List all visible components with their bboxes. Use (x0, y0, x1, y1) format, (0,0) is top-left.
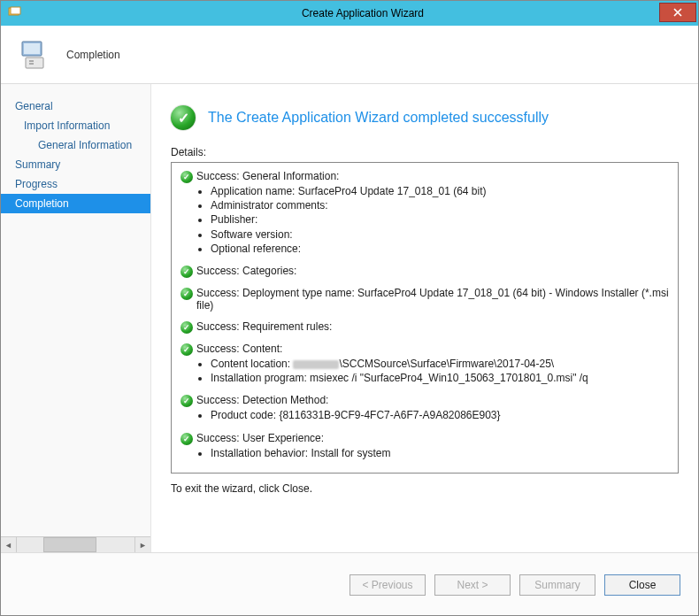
exit-instruction: To exit the wizard, click Close. (171, 482, 679, 495)
success-user-experience: Success: User Experience: (196, 432, 324, 444)
window-title: Create Application Wizard (27, 7, 698, 19)
next-button: Next > (434, 574, 511, 596)
wizard-icon (17, 36, 54, 73)
nav-summary[interactable]: Summary (1, 155, 150, 174)
check-icon (181, 266, 193, 278)
success-deployment: Success: Deployment type name: SurfacePr… (196, 287, 669, 312)
success-detection: Success: Detection Method: (196, 394, 328, 406)
wizard-sidebar: General Import Information General Infor… (1, 84, 151, 552)
success-banner: The Create Application Wizard completed … (171, 105, 679, 130)
svg-rect-5 (29, 60, 34, 62)
nav-completion[interactable]: Completion (1, 194, 150, 213)
general-info-list: Application name: SurfacePro4 Update 17_… (181, 184, 669, 256)
success-general-info: Success: General Information: (196, 170, 339, 182)
check-icon (181, 288, 193, 300)
check-icon (181, 321, 193, 334)
redacted-server (293, 360, 339, 369)
success-categories: Success: Categories: (196, 265, 296, 277)
nav-general[interactable]: General (1, 96, 150, 116)
wizard-footer: < Previous Next > Summary Close (1, 552, 698, 616)
check-icon (181, 171, 193, 183)
scroll-left-arrow[interactable]: ◄ (1, 537, 17, 552)
previous-button: < Previous (350, 574, 426, 596)
app-icon (8, 6, 22, 20)
detection-list: Product code: {8116331B-9CF9-4FC7-A6F7-A… (181, 408, 669, 422)
banner-message: The Create Application Wizard completed … (208, 110, 549, 126)
nav-progress[interactable]: Progress (1, 174, 150, 194)
details-label: Details: (171, 146, 679, 158)
success-content: Success: Content: (196, 343, 282, 355)
titlebar: Create Application Wizard (1, 1, 698, 26)
close-button[interactable]: Close (604, 574, 680, 596)
scroll-right-arrow[interactable]: ► (134, 537, 150, 552)
window-close-button[interactable] (659, 3, 696, 22)
content-list: Content location: \SCCMSource\Surface\Fi… (181, 357, 669, 385)
scroll-thumb[interactable] (43, 537, 96, 552)
user-exp-list: Installation behavior: Install for syste… (181, 446, 669, 460)
details-panel[interactable]: Success: General Information: Applicatio… (171, 162, 679, 474)
svg-rect-4 (26, 58, 43, 68)
check-icon (181, 395, 193, 407)
svg-rect-6 (29, 63, 34, 65)
wizard-header: Completion (1, 26, 698, 84)
svg-rect-3 (24, 43, 40, 54)
svg-rect-1 (11, 7, 20, 14)
success-icon (171, 105, 196, 130)
success-requirements: Success: Requirement rules: (196, 320, 332, 333)
nav-general-information[interactable]: General Information (1, 135, 150, 155)
nav-import-information[interactable]: Import Information (1, 116, 150, 135)
wizard-main: The Create Application Wizard completed … (151, 84, 698, 552)
check-icon (181, 433, 193, 445)
check-icon (181, 343, 193, 356)
page-heading: Completion (66, 49, 120, 61)
summary-button: Summary (519, 574, 595, 596)
sidebar-horizontal-scrollbar[interactable]: ◄ ► (1, 536, 150, 552)
